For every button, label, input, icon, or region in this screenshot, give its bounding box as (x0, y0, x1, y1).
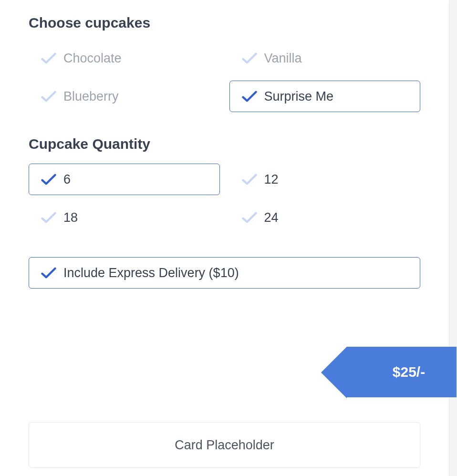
flavor-option-blueberry[interactable]: Blueberry (29, 81, 220, 112)
option-label: Blueberry (63, 90, 119, 103)
quantity-options: 6 12 18 24 (29, 164, 420, 233)
price-value: $25/- (347, 347, 457, 397)
choose-cupcakes-heading: Choose cupcakes (29, 15, 420, 31)
option-label: 12 (264, 173, 279, 186)
option-label: Vanilla (264, 52, 302, 65)
quantity-option-12[interactable]: 12 (229, 164, 421, 195)
check-icon (241, 211, 258, 224)
check-icon (41, 211, 57, 224)
check-icon (241, 52, 258, 65)
flavor-option-surprise-me[interactable]: Surprise Me (229, 81, 421, 112)
check-icon (41, 266, 57, 279)
option-label: Include Express Delivery ($10) (63, 267, 239, 279)
option-label: 6 (63, 173, 71, 186)
option-label: 24 (264, 211, 279, 224)
content: Choose cupcakes Chocolate Vanilla Bluebe… (0, 0, 449, 476)
check-icon (241, 90, 258, 103)
page-container: Choose cupcakes Chocolate Vanilla Bluebe… (0, 0, 449, 476)
flavor-option-chocolate[interactable]: Chocolate (29, 42, 220, 74)
check-icon (41, 173, 57, 186)
check-icon (41, 90, 57, 103)
option-label: Surprise Me (264, 90, 334, 103)
option-label: 18 (63, 211, 78, 224)
flavor-option-vanilla[interactable]: Vanilla (229, 42, 421, 74)
quantity-option-24[interactable]: 24 (229, 202, 421, 233)
price-tag: $25/- (347, 347, 457, 397)
quantity-option-6[interactable]: 6 (29, 164, 220, 195)
quantity-option-18[interactable]: 18 (29, 202, 220, 233)
cupcake-quantity-heading: Cupcake Quantity (29, 136, 420, 152)
flavor-options: Chocolate Vanilla Blueberry Surprise Me (29, 42, 420, 112)
express-delivery-checkbox[interactable]: Include Express Delivery ($10) (29, 257, 420, 289)
check-icon (241, 173, 258, 186)
express-delivery-row: Include Express Delivery ($10) (29, 257, 420, 289)
card-placeholder-label: Card Placeholder (175, 438, 274, 453)
card-placeholder: Card Placeholder (29, 422, 420, 468)
check-icon (41, 52, 57, 65)
option-label: Chocolate (63, 52, 122, 65)
